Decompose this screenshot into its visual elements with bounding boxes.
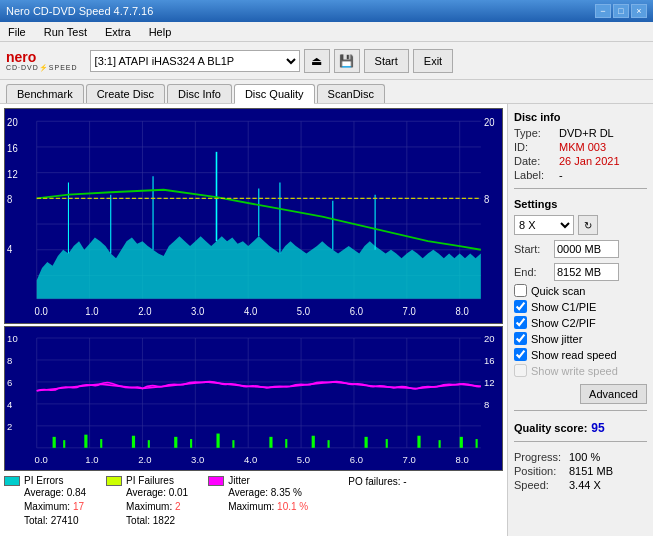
show-c1pie-row: Show C1/PIE <box>514 300 647 313</box>
titlebar: Nero CD-DVD Speed 4.7.7.16 − □ × <box>0 0 653 22</box>
advanced-button[interactable]: Advanced <box>580 384 647 404</box>
exit-button[interactable]: Exit <box>413 49 453 73</box>
toolbar: nero CD·DVD⚡SPEED [3:1] ATAPI iHAS324 A … <box>0 42 653 80</box>
legend-jitter: Jitter Average: 8.35 % Maximum: 10.1 % <box>208 475 308 528</box>
tab-scan-disc[interactable]: ScanDisc <box>317 84 385 103</box>
type-label: Type: <box>514 126 559 140</box>
svg-rect-64 <box>269 437 272 448</box>
start-field-row: Start: <box>514 240 647 258</box>
show-c1pie-checkbox[interactable] <box>514 300 527 313</box>
menu-run-test[interactable]: Run Test <box>40 24 91 40</box>
svg-text:4: 4 <box>7 244 13 256</box>
start-button[interactable]: Start <box>364 49 409 73</box>
show-jitter-checkbox[interactable] <box>514 332 527 345</box>
end-input[interactable] <box>554 263 619 281</box>
tab-benchmark[interactable]: Benchmark <box>6 84 84 103</box>
legend-pi-failures: PI Failures Average: 0.01 Maximum: 2 Tot… <box>106 475 188 528</box>
nero-text: nero <box>6 50 36 64</box>
close-button[interactable]: × <box>631 4 647 18</box>
svg-text:2.0: 2.0 <box>138 305 151 317</box>
jitter-average: Average: 8.35 % <box>208 486 308 500</box>
start-input[interactable] <box>554 240 619 258</box>
tab-disc-info[interactable]: Disc Info <box>167 84 232 103</box>
show-write-row: Show write speed <box>514 364 647 377</box>
svg-text:6.0: 6.0 <box>350 305 363 317</box>
minimize-button[interactable]: − <box>595 4 611 18</box>
po-failures-row: PO failures: - <box>328 475 406 489</box>
svg-text:16: 16 <box>484 355 495 366</box>
svg-text:7.0: 7.0 <box>403 305 416 317</box>
show-c2pif-checkbox[interactable] <box>514 316 527 329</box>
svg-rect-60 <box>84 435 87 448</box>
svg-text:16: 16 <box>7 142 18 154</box>
main-content: 20 16 12 8 4 20 8 0.0 1.0 2.0 3.0 4.0 5.… <box>0 104 653 536</box>
eject-button[interactable]: ⏏ <box>304 49 330 73</box>
speed-select[interactable]: 8 X <box>514 215 574 235</box>
progress-value: 100 % <box>569 450 647 464</box>
show-read-row: Show read speed <box>514 348 647 361</box>
date-label: Date: <box>514 154 559 168</box>
tab-disc-quality[interactable]: Disc Quality <box>234 84 315 104</box>
show-write-checkbox[interactable] <box>514 364 527 377</box>
quick-scan-label: Quick scan <box>531 285 585 297</box>
svg-rect-61 <box>132 436 135 448</box>
tab-create-disc[interactable]: Create Disc <box>86 84 165 103</box>
window-title: Nero CD-DVD Speed 4.7.7.16 <box>6 5 153 17</box>
position-label: Position: <box>514 464 569 478</box>
svg-text:8: 8 <box>7 355 12 366</box>
menu-extra[interactable]: Extra <box>101 24 135 40</box>
svg-text:12: 12 <box>7 168 18 180</box>
right-panel: Disc info Type: DVD+R DL ID: MKM 003 Dat… <box>508 104 653 536</box>
svg-text:2.0: 2.0 <box>138 454 152 465</box>
svg-rect-72 <box>190 439 192 448</box>
menu-help[interactable]: Help <box>145 24 176 40</box>
id-label: ID: <box>514 140 559 154</box>
save-button[interactable]: 💾 <box>334 49 360 73</box>
disc-info-title: Disc info <box>514 111 647 123</box>
show-read-label: Show read speed <box>531 349 617 361</box>
top-chart: 20 16 12 8 4 20 8 0.0 1.0 2.0 3.0 4.0 5.… <box>4 108 503 324</box>
show-write-label: Show write speed <box>531 365 618 377</box>
refresh-button[interactable]: ↻ <box>578 215 598 235</box>
speed-row: 8 X ↻ <box>514 215 647 235</box>
menu-file[interactable]: File <box>4 24 30 40</box>
position-value: 8151 MB <box>569 464 647 478</box>
top-chart-svg: 20 16 12 8 4 20 8 0.0 1.0 2.0 3.0 4.0 5.… <box>5 109 502 323</box>
pi-failures-average: Average: 0.01 <box>106 486 188 500</box>
pi-errors-average: Average: 0.84 <box>4 486 86 500</box>
legend-po-failures: PO failures: - <box>328 475 406 528</box>
pi-errors-total: Total: 27410 <box>4 514 86 528</box>
svg-text:7.0: 7.0 <box>403 454 417 465</box>
svg-text:5.0: 5.0 <box>297 454 311 465</box>
svg-text:8.0: 8.0 <box>455 454 469 465</box>
svg-rect-63 <box>216 434 219 448</box>
bottom-chart-svg: 10 8 6 4 2 20 16 12 8 0.0 1.0 2.0 3.0 4.… <box>5 327 502 470</box>
quick-scan-row: Quick scan <box>514 284 647 297</box>
svg-rect-74 <box>285 439 287 448</box>
maximize-button[interactable]: □ <box>613 4 629 18</box>
chart-container: 20 16 12 8 4 20 8 0.0 1.0 2.0 3.0 4.0 5.… <box>4 108 503 471</box>
svg-rect-67 <box>417 436 420 448</box>
quality-score: 95 <box>591 421 604 435</box>
svg-text:3.0: 3.0 <box>191 454 205 465</box>
pi-failures-maximum: Maximum: 2 <box>106 500 188 514</box>
svg-rect-59 <box>53 437 56 448</box>
svg-rect-70 <box>100 439 102 448</box>
svg-text:4.0: 4.0 <box>244 454 258 465</box>
show-read-checkbox[interactable] <box>514 348 527 361</box>
progress-table: Progress: 100 % Position: 8151 MB Speed:… <box>514 450 647 492</box>
quick-scan-checkbox[interactable] <box>514 284 527 297</box>
svg-text:8: 8 <box>484 399 489 410</box>
nero-subtitle: CD·DVD⚡SPEED <box>6 64 78 72</box>
divider-1 <box>514 188 647 189</box>
drive-select[interactable]: [3:1] ATAPI iHAS324 A BL1P <box>90 50 300 72</box>
svg-rect-65 <box>312 436 315 448</box>
svg-rect-76 <box>386 439 388 448</box>
svg-text:12: 12 <box>484 377 495 388</box>
legend-pi-errors: PI Errors Average: 0.84 Maximum: 17 Tota… <box>4 475 86 528</box>
svg-text:10: 10 <box>7 333 18 344</box>
jitter-label: Jitter <box>228 475 250 486</box>
svg-text:3.0: 3.0 <box>191 305 204 317</box>
nero-logo: nero CD·DVD⚡SPEED <box>6 50 78 72</box>
show-c1pie-label: Show C1/PIE <box>531 301 596 313</box>
